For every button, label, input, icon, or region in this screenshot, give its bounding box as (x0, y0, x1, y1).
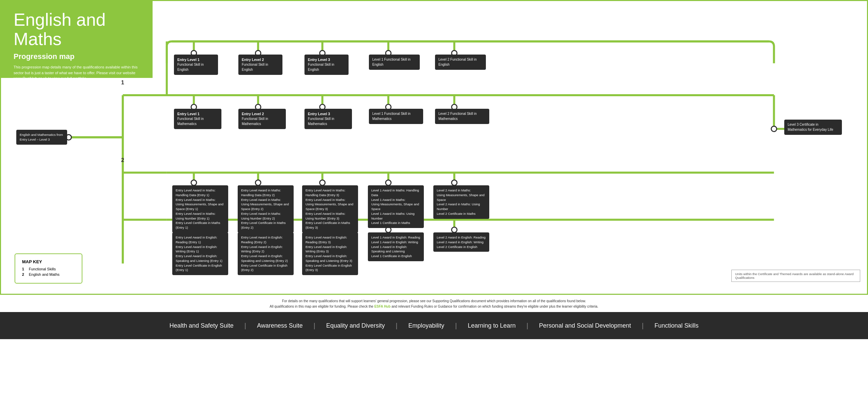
level-2-maths: Level 2 Functional Skill in Mathematics (435, 109, 489, 124)
footer-note: For details on the many qualifications t… (0, 295, 868, 312)
level-3-cert-maths: Level 3 Certificate in Mathematics for E… (784, 120, 842, 135)
level-1-maths: Level 1 Functional Skill in Mathematics (369, 109, 423, 124)
level-2-maths-awards: Level 2 Award in Maths:Using Measurement… (433, 185, 489, 219)
level-1-maths-awards: Level 1 Award in Maths: Handling DataLev… (368, 185, 424, 228)
entry-level-1-english: Entry Level 1 Functional Skill in Englis… (174, 55, 218, 75)
entry-level-3-maths: Entry Level 3 Functional Skill in Mathem… (304, 109, 352, 129)
entry-2-english-awards: Entry Level Award in English: Reading (E… (238, 232, 294, 275)
nav-functional[interactable]: Functional Skills (644, 322, 709, 329)
map-key-item-2: 2 English and Maths (22, 272, 75, 276)
map-key: MAP KEY 1 Functional Skills 2 English an… (15, 253, 82, 284)
svg-point-48 (386, 180, 391, 185)
page-title: English and Maths (14, 10, 139, 49)
svg-point-54 (452, 227, 457, 232)
nav-awareness[interactable]: Awareness Suite (246, 322, 314, 329)
entry-level-2-maths: Entry Level 2 Functional Skill in Mathem… (238, 109, 286, 129)
nav-employability[interactable]: Employability (397, 322, 455, 329)
entry-1-english-awards: Entry Level Award in English: Reading (E… (172, 232, 228, 275)
entry-level-3-english: Entry Level 3 Functional Skill in Englis… (304, 55, 349, 75)
website-link[interactable]: www.QualHub.co.uk (14, 76, 47, 80)
header-description: This progression map details many of the… (14, 64, 139, 81)
nav-equality[interactable]: Equality and Diversity (315, 322, 396, 329)
svg-point-44 (771, 126, 777, 131)
svg-point-49 (452, 180, 457, 185)
nav-health-safety[interactable]: Health and Safety Suite (159, 322, 244, 329)
footer-note-2: All qualifications in this map are eligi… (7, 304, 861, 309)
level-1-english: Level 1 Functional Skill in English (369, 55, 420, 70)
nav-personal[interactable]: Personal and Social Development (528, 322, 642, 329)
esfa-link: ESFA Hub (374, 305, 391, 308)
footer-note-1: For details on the many qualifications t… (7, 298, 861, 304)
level-2-english: Level 2 Functional Skill in English (435, 55, 486, 70)
bottom-nav: Health and Safety Suite | Awareness Suit… (0, 312, 868, 339)
svg-point-46 (255, 180, 261, 185)
units-note: Units within the Certificate and Themed … (731, 270, 860, 282)
entry-level-2-english: Entry Level 2 Functional Skill in Englis… (238, 55, 282, 75)
header-box: English and Maths Progression map This p… (0, 0, 153, 78)
entry-3-english-awards: Entry Level Award in English: Reading (E… (302, 232, 358, 275)
nav-learning[interactable]: Learning to Learn (457, 322, 527, 329)
entry-2-maths-awards: Entry Level Award in Maths:Handling Data… (238, 185, 294, 233)
entry-level-1-maths: Entry Level 1 Functional Skill in Mathem… (174, 109, 221, 129)
entry-1-maths-awards: Entry Level Award in Maths:Handling Data… (172, 185, 228, 233)
level-1-english-awards: Level 1 Award in English: ReadingLevel 1… (368, 232, 424, 261)
level-2-english-awards: Level 2 Award in English: ReadingLevel 2… (433, 232, 489, 252)
entry-3-maths-awards: Entry Level Award in Maths:Handling Data… (302, 185, 358, 233)
svg-text:2: 2 (121, 157, 124, 163)
page-subtitle: Progression map (14, 52, 139, 61)
svg-point-47 (320, 180, 325, 185)
svg-point-45 (191, 180, 197, 185)
start-box: English and Mathematics from Entry Level… (16, 130, 67, 145)
map-key-title: MAP KEY (22, 259, 75, 264)
map-key-item-1: 1 Functional Skills (22, 267, 75, 271)
